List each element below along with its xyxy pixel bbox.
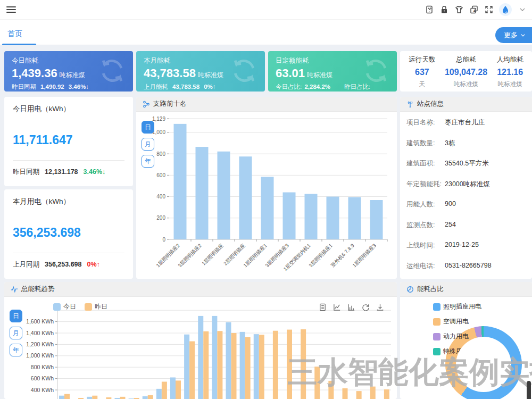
legend-label: 动力用电: [443, 332, 469, 341]
pct-change: 3.46%↓: [84, 168, 106, 176]
legend-label: 昨日: [95, 302, 107, 311]
legend-label: 今日: [63, 302, 76, 311]
kpi-unit: 吨标准煤: [60, 71, 85, 79]
site-info-row: 年定额能耗:23000吨标准煤: [406, 180, 527, 189]
repair-icon[interactable]: [425, 5, 434, 14]
branch-period-button-日[interactable]: 日: [142, 121, 154, 134]
card-sub-row: 上月同期356,253.6980%↑: [13, 260, 100, 269]
kpi-card-today-energy: 今日能耗 1,439.36吨标准煤 昨日同期1,490.923.46%↓: [4, 51, 133, 92]
site-info-row: 建筑数量:3栋: [406, 139, 527, 148]
fullscreen-icon[interactable]: [484, 5, 493, 14]
svg-text:400: 400: [156, 194, 165, 200]
legend-label: 空调用电: [443, 317, 469, 326]
branch-top10-panel: 02004006008001,0001,1291层照明插座23层照明插座21层照…: [136, 97, 397, 279]
panel-header: 支路前十名: [136, 97, 397, 112]
divider: [13, 160, 124, 161]
site-row-value: 0531-82665798: [445, 262, 492, 271]
data-view-icon[interactable]: [319, 303, 327, 311]
site-row-label: 建筑面积:: [406, 159, 445, 168]
legend-item-照明插座用电[interactable]: 照明插座用电: [433, 302, 481, 311]
branch-period-button-年[interactable]: 年: [142, 155, 154, 168]
translate-icon[interactable]: A: [469, 5, 478, 14]
panel-header: 站点信息: [400, 97, 532, 112]
tab-home[interactable]: 首页: [7, 29, 22, 39]
site-row-value: 35540.5平方米: [445, 159, 489, 168]
dashboard-page: A 首页 更多 今日能耗 1,439.36吨标准煤 昨日同期1,490.923.…: [0, 0, 532, 399]
legend-item-空调用电[interactable]: 空调用电: [433, 317, 481, 326]
trend-period-button-年[interactable]: 年: [10, 344, 22, 356]
legend-item-昨日[interactable]: 昨日: [85, 302, 107, 311]
site-info-row: 用能人数:900: [406, 200, 527, 209]
user-avatar[interactable]: [499, 3, 512, 16]
chart-toolbar: [319, 303, 384, 311]
branch-period-button-月[interactable]: 月: [142, 138, 154, 151]
lock-icon[interactable]: [439, 5, 448, 14]
panel-title: 总能耗趋势: [21, 285, 55, 294]
scrollbar-thumb[interactable]: [527, 381, 531, 399]
legend-swatch: [53, 303, 61, 311]
tab-bar: 首页 更多: [0, 19, 532, 45]
water-drop-icon: [502, 5, 509, 14]
line-chart-icon[interactable]: [333, 303, 341, 311]
kpi-unit: 吨标准煤: [198, 71, 223, 79]
download-icon[interactable]: [376, 303, 384, 311]
theme-icon[interactable]: [454, 5, 463, 14]
card-title: 今日用电（kWh）: [13, 104, 124, 114]
more-tabs-button[interactable]: 更多: [495, 27, 532, 43]
tab-active-indicator: [2, 44, 36, 45]
trend-period-button-月[interactable]: 月: [10, 327, 22, 339]
avatar-dropdown-icon[interactable]: [518, 5, 527, 14]
site-row-label: 项目名称:: [406, 118, 445, 127]
stat-running-days: 运行天数 637 天: [400, 51, 444, 92]
site-row-label: 运维电话:: [406, 262, 445, 271]
donut-hole: [456, 337, 511, 392]
month-electricity-card: 本月用电（kWh） 356,253.698 上月同期356,253.6980%↑: [4, 189, 133, 279]
menu-toggle-icon[interactable]: [6, 5, 16, 13]
site-row-label: 用能人数:: [406, 200, 445, 209]
chevron-down-icon: [520, 32, 526, 38]
svg-text:1,000 KWh: 1,000 KWh: [26, 352, 54, 359]
top-bar: A: [0, 0, 532, 19]
panel-title: 能耗占比: [417, 285, 444, 294]
site-info-panel: 站点信息 项目名称:枣庄市台儿庄建筑数量:3栋建筑面积:35540.5平方米年定…: [400, 97, 532, 279]
energy-share-panel: 能耗占比 照明插座用电空调用电动力用电特殊用电: [400, 282, 532, 399]
site-info-row: 上线时间:2019-12-25: [406, 241, 527, 250]
pie-icon: [406, 286, 414, 293]
svg-text:0: 0: [162, 237, 165, 243]
svg-text:600: 600: [156, 172, 165, 178]
site-row-value: 枣庄市台儿庄: [445, 118, 485, 127]
svg-text:800: 800: [156, 151, 165, 157]
pct-change: 0%↑: [87, 261, 100, 268]
svg-text:1,200 KWh: 1,200 KWh: [26, 341, 54, 347]
site-row-value: 23000吨标准煤: [445, 180, 490, 189]
legend-item-今日[interactable]: 今日: [53, 302, 76, 311]
site-info-row: 建筑面积:35540.5平方米: [406, 159, 527, 168]
site-info-row: 监测点数:254: [406, 221, 527, 230]
card-sub-row: 昨日同期12,131.1783.46%↓: [13, 168, 105, 177]
site-row-value: 900: [445, 200, 456, 209]
card-title: 本月用电（kWh）: [13, 197, 124, 206]
summary-stats-panel: 运行天数 637 天 总能耗 109,047.28 吨标准煤 人均能耗 121.…: [400, 51, 532, 92]
refresh-icon[interactable]: [362, 303, 370, 311]
site-row-label: 建筑数量:: [406, 139, 445, 148]
svg-text:1,600 KWh: 1,600 KWh: [26, 318, 54, 325]
site-info-row: 项目名称:枣庄市台儿庄: [406, 118, 527, 127]
svg-text:A: A: [473, 9, 476, 13]
svg-text:600 KWh: 600 KWh: [31, 375, 54, 381]
pulse-icon: [11, 286, 18, 293]
energy-trend-chart: 400 KWh600 KWh800 KWh1,000 KWh1,200 KWh1…: [4, 282, 397, 399]
site-row-value: 254: [445, 221, 456, 230]
branch-period-buttons: 日月年: [142, 121, 154, 168]
stat-total-energy: 总能耗 109,047.28 吨标准煤: [444, 51, 488, 92]
bar-chart-icon[interactable]: [347, 303, 355, 311]
svg-text:1,400 KWh: 1,400 KWh: [26, 330, 54, 336]
site-row-value: 2019-12-25: [445, 241, 479, 250]
panel-title: 支路前十名: [153, 99, 187, 109]
refresh-cycle-icon: [229, 55, 260, 86]
branch-icon: [143, 101, 150, 108]
legend-swatch: [433, 318, 440, 326]
svg-text:1层照明插座: 1层照明插座: [201, 242, 225, 267]
site-info-rows: 项目名称:枣庄市台儿庄建筑数量:3栋建筑面积:35540.5平方米年定额能耗:2…: [406, 118, 527, 279]
trend-period-button-日[interactable]: 日: [10, 310, 22, 322]
panel-title: 站点信息: [417, 99, 444, 109]
